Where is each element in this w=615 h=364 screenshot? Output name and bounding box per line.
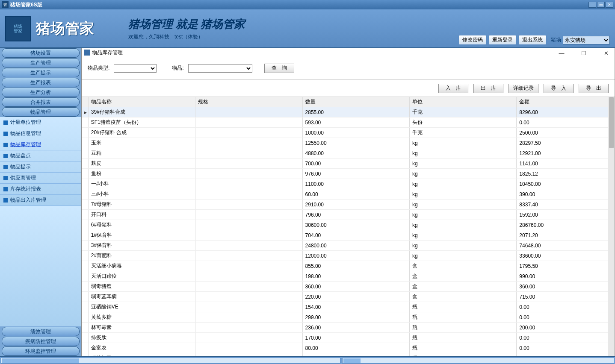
- table-row[interactable]: 2#育肥料12000.00kg33600.00: [82, 251, 615, 261]
- sidebar-section-6[interactable]: 物品管理: [2, 107, 80, 117]
- panel-maximize-icon[interactable]: ☐: [578, 49, 590, 57]
- window-title: 猪场管家6S版: [10, 1, 588, 9]
- sidebar-section-5[interactable]: 合并报表: [2, 97, 80, 107]
- maximize-icon[interactable]: ▭: [597, 2, 605, 8]
- table-row[interactable]: 亚硒酸钠VE154.00瓶0.00: [82, 302, 615, 312]
- table-row[interactable]: 金富农80.00瓶0.00: [82, 343, 615, 353]
- row-marker: [82, 302, 88, 312]
- column-header[interactable]: 规格: [195, 97, 302, 107]
- sidebar-item-4[interactable]: 物品提示: [0, 161, 81, 173]
- sidebar-section-4[interactable]: 生产分析: [2, 88, 80, 97]
- sidebar-bottom-1[interactable]: 疾病防控管理: [2, 337, 80, 346]
- column-header[interactable]: 金额: [517, 97, 615, 107]
- cell-unit: kg: [409, 159, 516, 169]
- cell-unit: 瓶: [409, 333, 516, 343]
- inventory-table-wrap[interactable]: 物品名称规格数量单位金额 ▸39#仔猪料合成2855.00千克8296.00SF…: [82, 97, 615, 356]
- row-marker: [82, 230, 88, 241]
- farm-select[interactable]: 永安猪场: [563, 36, 610, 44]
- cell-qty: 1100.00: [302, 179, 409, 189]
- table-row[interactable]: 弱毒猪瘟360.00盒360.00: [82, 282, 615, 292]
- row-marker: [82, 353, 88, 356]
- table-row[interactable]: SF1猪瘟疫苗（头份）593.00头份0.00: [82, 117, 615, 128]
- table-row[interactable]: 黄芪多糖299.00瓶0.00: [82, 312, 615, 323]
- cell-qty: 4880.00: [302, 148, 409, 159]
- table-row[interactable]: 6#母猪料30600.00kg286760.00: [82, 220, 615, 230]
- sidebar-item-3[interactable]: 物品盘点: [0, 150, 81, 161]
- minimize-icon[interactable]: —: [588, 2, 596, 8]
- cell-spec: [195, 179, 302, 189]
- sidebar-item-1[interactable]: 物品信息管理: [0, 128, 81, 139]
- vertical-scrollbar[interactable]: [608, 97, 615, 356]
- sidebar-section-2[interactable]: 生产提示: [2, 68, 80, 77]
- cell-unit: kg: [409, 210, 516, 220]
- row-marker: [82, 333, 88, 343]
- table-row[interactable]: 3#保育料24800.00kg74648.00: [82, 241, 615, 251]
- table-row[interactable]: 7#母猪料2910.00kg8337.40: [82, 200, 615, 210]
- row-marker: [82, 128, 88, 138]
- close-icon[interactable]: ✕: [606, 2, 613, 8]
- panel-minimize-icon[interactable]: —: [556, 49, 568, 57]
- cell-amt: 12921.00: [517, 148, 615, 159]
- panel-close-icon[interactable]: ✕: [600, 49, 612, 57]
- table-row[interactable]: 鱼粉976.00kg1825.12: [82, 169, 615, 179]
- cell-spec: [195, 230, 302, 241]
- sidebar-bottom-2[interactable]: 环境监控管理: [2, 346, 80, 356]
- cell-name: 一#小料: [88, 179, 195, 189]
- column-header[interactable]: 单位: [409, 97, 516, 107]
- sidebar-bottom-0[interactable]: 绩效管理: [2, 327, 80, 336]
- query-button[interactable]: 查 询: [264, 64, 294, 73]
- row-marker: [82, 251, 88, 261]
- import-button[interactable]: 导 入: [544, 84, 574, 93]
- sidebar-item-0[interactable]: 计量单位管理: [0, 117, 81, 128]
- filter-item-select[interactable]: [188, 64, 252, 73]
- slogan: 猪场管理 就是 猪场管家: [128, 17, 245, 32]
- cell-qty: 60.00: [302, 189, 409, 200]
- change-password-button[interactable]: 修改密码: [458, 35, 487, 45]
- table-row[interactable]: 开口料796.00kg1592.00: [82, 210, 615, 220]
- table-row[interactable]: 一#小料1100.00kg10450.00: [82, 179, 615, 189]
- bullet-icon: [3, 154, 8, 158]
- table-row[interactable]: ▸39#仔猪料合成2855.00千克8296.00: [82, 107, 615, 117]
- sidebar-item-label: 供应商管理: [10, 174, 36, 182]
- table-row[interactable]: 灭活口蹄疫198.00盒990.00: [82, 271, 615, 282]
- cell-name: 灭活细小病毒: [88, 261, 195, 271]
- cell-amt: 74648.00: [517, 241, 615, 251]
- table-row[interactable]: 麸皮700.00kg1141.00: [82, 159, 615, 169]
- table-row[interactable]: 磺胺间甲19.00瓶0.00: [82, 353, 615, 356]
- status-scroll-right[interactable]: [342, 358, 614, 364]
- sidebar-item-5[interactable]: 供应商管理: [0, 173, 81, 184]
- sidebar-section-1[interactable]: 生产管理: [2, 58, 80, 68]
- panel-title: 物品库存管理: [92, 49, 123, 56]
- stock-in-button[interactable]: 入 库: [438, 84, 468, 93]
- sidebar-section-3[interactable]: 生产报表: [2, 78, 80, 87]
- sidebar-item-7[interactable]: 物品出入库管理: [0, 195, 81, 206]
- exit-button[interactable]: 退出系统: [518, 35, 547, 45]
- detail-button[interactable]: 详细记录: [509, 84, 538, 93]
- table-row[interactable]: 玉米12550.00kg28297.50: [82, 138, 615, 148]
- column-header[interactable]: 数量: [302, 97, 409, 107]
- row-marker: [82, 117, 88, 128]
- sidebar-item-6[interactable]: 库存统计报表: [0, 184, 81, 195]
- table-row[interactable]: 20#仔猪料 合成1000.00千克2500.00: [82, 128, 615, 138]
- filter-type-select[interactable]: [114, 64, 157, 73]
- column-header[interactable]: 物品名称: [88, 97, 195, 107]
- cell-unit: 千克: [409, 128, 516, 138]
- table-row[interactable]: 豆粕4880.00kg12921.00: [82, 148, 615, 159]
- cell-amt: 286760.00: [517, 220, 615, 230]
- row-marker: ▸: [82, 107, 88, 117]
- table-row[interactable]: 弱毒蓝耳病220.00盒715.00: [82, 292, 615, 302]
- bullet-icon: [3, 198, 8, 203]
- cell-name: 灭活口蹄疫: [88, 271, 195, 282]
- table-row[interactable]: 灭活细小病毒855.00盒1795.50: [82, 261, 615, 271]
- table-row[interactable]: 三#小料60.00kg390.00: [82, 189, 615, 200]
- sidebar-item-2[interactable]: 物品库存管理: [0, 139, 81, 150]
- table-row[interactable]: 1#保育料704.00kg2071.20: [82, 230, 615, 241]
- status-scroll-left[interactable]: [1, 358, 340, 364]
- sidebar-section-0[interactable]: 猪场设置: [2, 48, 80, 58]
- export-button[interactable]: 导 出: [579, 84, 609, 93]
- table-row[interactable]: 林可霉素236.00瓶200.00: [82, 323, 615, 333]
- table-row[interactable]: 排疫肽170.00瓶0.00: [82, 333, 615, 343]
- cell-qty: 236.00: [302, 323, 409, 333]
- relogin-button[interactable]: 重新登录: [488, 35, 517, 45]
- stock-out-button[interactable]: 出 库: [473, 84, 503, 93]
